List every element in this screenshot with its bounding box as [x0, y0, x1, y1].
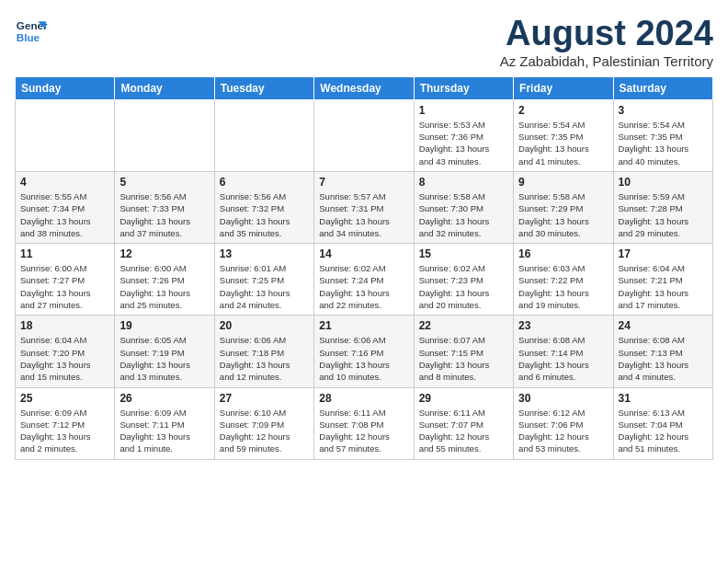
- day-number: 30: [518, 392, 608, 405]
- day-info: Sunrise: 5:56 AM Sunset: 7:33 PM Dayligh…: [119, 190, 209, 239]
- calendar-cell: 18Sunrise: 6:04 AM Sunset: 7:20 PM Dayli…: [16, 316, 115, 387]
- day-info: Sunrise: 6:01 AM Sunset: 7:25 PM Dayligh…: [220, 262, 309, 311]
- day-number: 7: [319, 176, 408, 189]
- calendar-cell: 24Sunrise: 6:08 AM Sunset: 7:13 PM Dayli…: [613, 316, 712, 387]
- day-number: 12: [119, 247, 209, 260]
- calendar-cell: 2Sunrise: 5:54 AM Sunset: 7:35 PM Daylig…: [514, 99, 613, 171]
- day-number: 11: [20, 247, 109, 260]
- day-info: Sunrise: 6:09 AM Sunset: 7:12 PM Dayligh…: [20, 407, 109, 455]
- day-info: Sunrise: 6:04 AM Sunset: 7:21 PM Dayligh…: [619, 262, 708, 311]
- calendar-cell: 26Sunrise: 6:09 AM Sunset: 7:11 PM Dayli…: [115, 387, 214, 459]
- day-info: Sunrise: 6:00 AM Sunset: 7:27 PM Dayligh…: [20, 262, 109, 311]
- calendar-cell: 8Sunrise: 5:58 AM Sunset: 7:30 PM Daylig…: [414, 171, 513, 243]
- day-number: 21: [319, 319, 408, 332]
- day-info: Sunrise: 6:04 AM Sunset: 7:20 PM Dayligh…: [20, 334, 109, 383]
- day-number: 23: [518, 319, 608, 332]
- weekday-header-friday: Friday: [514, 76, 613, 99]
- calendar-cell: 7Sunrise: 5:57 AM Sunset: 7:31 PM Daylig…: [314, 171, 414, 243]
- day-number: 29: [419, 392, 508, 405]
- day-number: 3: [619, 104, 708, 117]
- day-info: Sunrise: 5:57 AM Sunset: 7:31 PM Dayligh…: [319, 190, 408, 239]
- day-number: 2: [518, 104, 608, 117]
- calendar-week-row: 25Sunrise: 6:09 AM Sunset: 7:12 PM Dayli…: [16, 387, 713, 459]
- calendar-table: SundayMondayTuesdayWednesdayThursdayFrid…: [15, 76, 713, 460]
- day-number: 8: [419, 176, 508, 189]
- calendar-cell: 10Sunrise: 5:59 AM Sunset: 7:28 PM Dayli…: [613, 171, 712, 243]
- day-info: Sunrise: 6:05 AM Sunset: 7:19 PM Dayligh…: [119, 334, 209, 383]
- day-number: 13: [220, 247, 309, 260]
- day-number: 15: [419, 247, 508, 260]
- calendar-cell: [115, 99, 214, 171]
- calendar-cell: 6Sunrise: 5:56 AM Sunset: 7:32 PM Daylig…: [214, 171, 313, 243]
- day-number: 18: [20, 319, 109, 332]
- day-info: Sunrise: 6:12 AM Sunset: 7:06 PM Dayligh…: [518, 407, 608, 455]
- day-number: 16: [518, 247, 608, 260]
- day-info: Sunrise: 5:53 AM Sunset: 7:36 PM Dayligh…: [419, 119, 508, 167]
- day-number: 24: [619, 319, 708, 332]
- day-info: Sunrise: 6:06 AM Sunset: 7:18 PM Dayligh…: [220, 334, 309, 383]
- day-number: 1: [419, 104, 508, 117]
- svg-text:Blue: Blue: [17, 31, 40, 43]
- logo: General Blue: [15, 15, 48, 48]
- calendar-cell: 21Sunrise: 6:06 AM Sunset: 7:16 PM Dayli…: [314, 316, 414, 387]
- title-block: August 2024 Az Zababidah, Palestinian Te…: [500, 15, 713, 69]
- calendar-cell: 31Sunrise: 6:13 AM Sunset: 7:04 PM Dayli…: [613, 387, 712, 459]
- calendar-cell: 19Sunrise: 6:05 AM Sunset: 7:19 PM Dayli…: [115, 316, 214, 387]
- location-subtitle: Az Zababidah, Palestinian Territory: [500, 53, 713, 69]
- day-number: 17: [619, 247, 708, 260]
- day-number: 26: [119, 392, 209, 405]
- day-info: Sunrise: 5:59 AM Sunset: 7:28 PM Dayligh…: [619, 190, 708, 239]
- day-info: Sunrise: 6:07 AM Sunset: 7:15 PM Dayligh…: [419, 334, 508, 383]
- calendar-week-row: 11Sunrise: 6:00 AM Sunset: 7:27 PM Dayli…: [16, 244, 713, 316]
- day-info: Sunrise: 6:00 AM Sunset: 7:26 PM Dayligh…: [119, 262, 209, 311]
- calendar-cell: 17Sunrise: 6:04 AM Sunset: 7:21 PM Dayli…: [613, 244, 712, 316]
- day-info: Sunrise: 6:02 AM Sunset: 7:23 PM Dayligh…: [419, 262, 508, 311]
- day-info: Sunrise: 5:56 AM Sunset: 7:32 PM Dayligh…: [220, 190, 309, 239]
- calendar-cell: 23Sunrise: 6:08 AM Sunset: 7:14 PM Dayli…: [514, 316, 613, 387]
- day-number: 27: [220, 392, 309, 405]
- day-info: Sunrise: 6:08 AM Sunset: 7:14 PM Dayligh…: [518, 334, 608, 383]
- day-info: Sunrise: 6:06 AM Sunset: 7:16 PM Dayligh…: [319, 334, 408, 383]
- month-year-title: August 2024: [500, 15, 713, 53]
- calendar-cell: 13Sunrise: 6:01 AM Sunset: 7:25 PM Dayli…: [214, 244, 313, 316]
- calendar-cell: [16, 99, 115, 171]
- day-number: 28: [319, 392, 408, 405]
- weekday-header-wednesday: Wednesday: [314, 76, 414, 99]
- calendar-cell: 29Sunrise: 6:11 AM Sunset: 7:07 PM Dayli…: [414, 387, 513, 459]
- day-number: 19: [119, 319, 209, 332]
- day-info: Sunrise: 5:58 AM Sunset: 7:29 PM Dayligh…: [518, 190, 608, 239]
- calendar-cell: 3Sunrise: 5:54 AM Sunset: 7:35 PM Daylig…: [613, 99, 712, 171]
- calendar-cell: 5Sunrise: 5:56 AM Sunset: 7:33 PM Daylig…: [115, 171, 214, 243]
- calendar-cell: 4Sunrise: 5:55 AM Sunset: 7:34 PM Daylig…: [16, 171, 115, 243]
- day-number: 9: [518, 176, 608, 189]
- day-number: 31: [619, 392, 708, 405]
- weekday-header-sunday: Sunday: [16, 76, 115, 99]
- day-number: 4: [20, 176, 109, 189]
- day-number: 5: [119, 176, 209, 189]
- calendar-week-row: 4Sunrise: 5:55 AM Sunset: 7:34 PM Daylig…: [16, 171, 713, 243]
- day-info: Sunrise: 6:09 AM Sunset: 7:11 PM Dayligh…: [119, 407, 209, 455]
- calendar-cell: 20Sunrise: 6:06 AM Sunset: 7:18 PM Dayli…: [214, 316, 313, 387]
- weekday-header-saturday: Saturday: [613, 76, 712, 99]
- weekday-header-tuesday: Tuesday: [214, 76, 313, 99]
- calendar-cell: 11Sunrise: 6:00 AM Sunset: 7:27 PM Dayli…: [16, 244, 115, 316]
- day-number: 22: [419, 319, 508, 332]
- calendar-cell: 14Sunrise: 6:02 AM Sunset: 7:24 PM Dayli…: [314, 244, 414, 316]
- calendar-cell: 25Sunrise: 6:09 AM Sunset: 7:12 PM Dayli…: [16, 387, 115, 459]
- day-number: 10: [619, 176, 708, 189]
- calendar-cell: [214, 99, 313, 171]
- logo-icon: General Blue: [15, 15, 48, 48]
- day-number: 14: [319, 247, 408, 260]
- calendar-cell: [314, 99, 414, 171]
- day-info: Sunrise: 6:11 AM Sunset: 7:08 PM Dayligh…: [319, 407, 408, 455]
- day-info: Sunrise: 5:55 AM Sunset: 7:34 PM Dayligh…: [20, 190, 109, 239]
- day-number: 25: [20, 392, 109, 405]
- day-info: Sunrise: 6:08 AM Sunset: 7:13 PM Dayligh…: [619, 334, 708, 383]
- calendar-cell: 28Sunrise: 6:11 AM Sunset: 7:08 PM Dayli…: [314, 387, 414, 459]
- day-info: Sunrise: 5:54 AM Sunset: 7:35 PM Dayligh…: [619, 119, 708, 167]
- calendar-cell: 9Sunrise: 5:58 AM Sunset: 7:29 PM Daylig…: [514, 171, 613, 243]
- page-header: General Blue August 2024 Az Zababidah, P…: [15, 15, 713, 69]
- calendar-cell: 22Sunrise: 6:07 AM Sunset: 7:15 PM Dayli…: [414, 316, 513, 387]
- weekday-header-row: SundayMondayTuesdayWednesdayThursdayFrid…: [16, 76, 713, 99]
- day-info: Sunrise: 5:58 AM Sunset: 7:30 PM Dayligh…: [419, 190, 508, 239]
